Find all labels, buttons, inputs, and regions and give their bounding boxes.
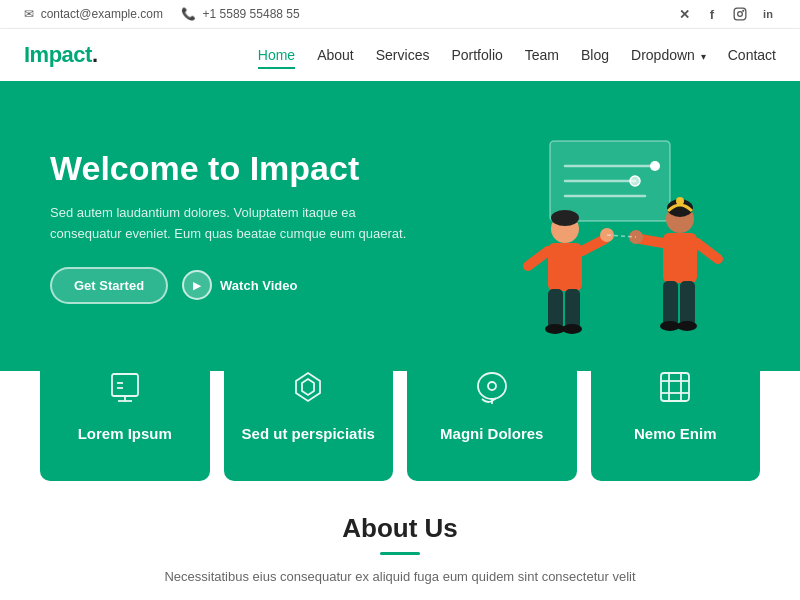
feature-title-0: Lorem Ipsum <box>78 424 172 444</box>
topbar-contact: ✉ contact@example.com 📞 +1 5589 55488 55 <box>24 7 300 21</box>
nav-item-contact[interactable]: Contact <box>728 47 776 63</box>
watch-video-button[interactable]: ▶ Watch Video <box>182 270 297 300</box>
feature-title-1: Sed ut perspiciatis <box>242 424 375 444</box>
svg-line-23 <box>640 239 663 243</box>
nav-item-team[interactable]: Team <box>525 47 559 63</box>
about-underline <box>380 552 420 555</box>
svg-point-2 <box>743 10 744 11</box>
svg-rect-22 <box>663 233 697 283</box>
get-started-button[interactable]: Get Started <box>50 267 168 304</box>
svg-marker-36 <box>296 373 320 401</box>
phone-info: 📞 +1 5589 55488 55 <box>181 7 300 21</box>
hero-content: Welcome to Impact Sed autem laudantium d… <box>50 148 430 303</box>
about-description: Necessitatibus eius consequatur ex aliqu… <box>140 567 660 588</box>
phone-text: +1 5589 55488 55 <box>203 7 300 21</box>
svg-rect-11 <box>548 243 582 291</box>
logo-text: Impact <box>24 42 92 67</box>
feature-title-2: Magni Dolores <box>440 424 543 444</box>
feature-icon-0 <box>107 369 143 412</box>
svg-point-8 <box>630 176 640 186</box>
feature-title-3: Nemo Enim <box>634 424 717 444</box>
feature-icon-3 <box>657 369 693 412</box>
hero-description: Sed autem laudantium dolores. Voluptatem… <box>50 203 430 245</box>
svg-point-29 <box>677 321 697 331</box>
nav-item-portfolio[interactable]: Portfolio <box>451 47 502 63</box>
svg-rect-26 <box>663 281 678 326</box>
svg-line-25 <box>697 243 718 259</box>
svg-point-18 <box>562 324 582 334</box>
nav-item-about[interactable]: About <box>317 47 354 63</box>
nav-item-home[interactable]: Home <box>258 47 295 63</box>
about-section: About Us Necessitatibus eius consequatur… <box>0 481 800 600</box>
topbar-social: ✕ f in <box>676 6 776 22</box>
svg-rect-0 <box>734 8 746 20</box>
nav-item-services[interactable]: Services <box>376 47 430 63</box>
play-icon: ▶ <box>182 270 212 300</box>
svg-line-12 <box>528 251 548 266</box>
twitter-icon[interactable]: ✕ <box>676 6 692 22</box>
email-info: ✉ contact@example.com <box>24 7 163 21</box>
email-icon: ✉ <box>24 7 34 21</box>
email-text: contact@example.com <box>41 7 163 21</box>
nav-links: Home About Services Portfolio Team Blog … <box>258 47 776 63</box>
hero-buttons: Get Started ▶ Watch Video <box>50 267 430 304</box>
svg-line-13 <box>582 239 605 251</box>
svg-point-38 <box>488 382 496 390</box>
instagram-icon[interactable] <box>732 6 748 22</box>
hero-section: Welcome to Impact Sed autem laudantium d… <box>0 81 800 371</box>
hero-title: Welcome to Impact <box>50 148 430 189</box>
topbar: ✉ contact@example.com 📞 +1 5589 55488 55… <box>0 0 800 29</box>
chevron-down-icon: ▾ <box>701 51 706 62</box>
svg-marker-37 <box>302 379 314 395</box>
nav-item-dropdown[interactable]: Dropdown ▾ <box>631 47 706 63</box>
phone-icon: 📞 <box>181 7 196 21</box>
logo[interactable]: Impact. <box>24 42 98 68</box>
svg-rect-16 <box>565 289 580 329</box>
hero-illustration <box>470 111 760 341</box>
navbar: Impact. Home About Services Portfolio Te… <box>0 29 800 81</box>
about-title: About Us <box>40 513 760 544</box>
svg-point-7 <box>650 161 660 171</box>
svg-point-21 <box>676 197 684 205</box>
svg-rect-31 <box>112 374 138 396</box>
facebook-icon[interactable]: f <box>704 6 720 22</box>
linkedin-icon[interactable]: in <box>760 6 776 22</box>
feature-icon-1 <box>290 369 326 412</box>
svg-rect-15 <box>548 289 563 329</box>
svg-rect-27 <box>680 281 695 326</box>
svg-rect-40 <box>661 373 689 401</box>
svg-point-1 <box>738 12 743 17</box>
video-label: Watch Video <box>220 278 297 293</box>
feature-icon-2 <box>474 369 510 412</box>
nav-item-blog[interactable]: Blog <box>581 47 609 63</box>
svg-point-10 <box>551 210 579 226</box>
